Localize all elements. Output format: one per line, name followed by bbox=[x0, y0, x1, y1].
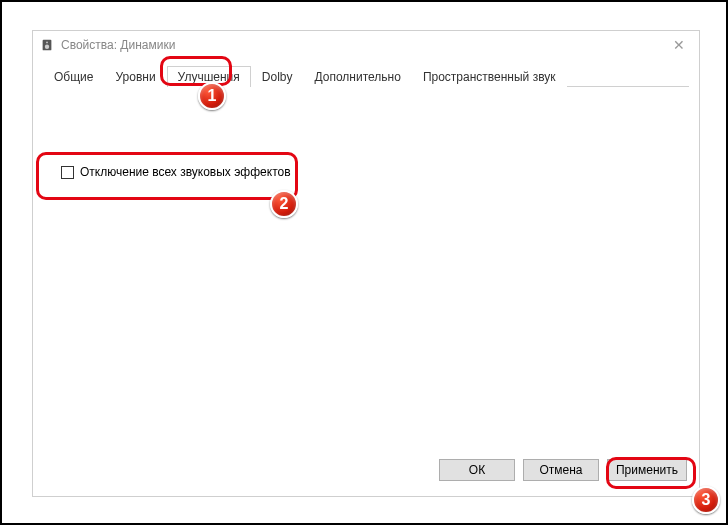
properties-window: Свойства: Динамики ✕ Общие Уровни Улучше… bbox=[32, 30, 700, 497]
tab-spatial-sound[interactable]: Пространственный звук bbox=[412, 66, 567, 87]
tabstrip: Общие Уровни Улучшения Dolby Дополнитель… bbox=[43, 65, 689, 87]
checkbox-box[interactable] bbox=[61, 166, 74, 179]
speaker-icon bbox=[39, 37, 55, 53]
tab-advanced[interactable]: Дополнительно bbox=[304, 66, 412, 87]
titlebar: Свойства: Динамики ✕ bbox=[33, 31, 699, 59]
tab-general[interactable]: Общие bbox=[43, 66, 104, 87]
tab-enhancements[interactable]: Улучшения bbox=[167, 66, 251, 87]
tab-levels[interactable]: Уровни bbox=[104, 66, 166, 87]
close-icon[interactable]: ✕ bbox=[669, 37, 689, 53]
dialog-footer: ОК Отмена Применить bbox=[33, 452, 699, 496]
disable-effects-label: Отключение всех звуковых эффектов bbox=[80, 165, 291, 179]
ok-button[interactable]: ОК bbox=[439, 459, 515, 481]
window-title: Свойства: Динамики bbox=[61, 38, 175, 52]
svg-point-2 bbox=[46, 42, 48, 44]
screenshot-frame: Свойства: Динамики ✕ Общие Уровни Улучше… bbox=[0, 0, 728, 525]
tab-dolby[interactable]: Dolby bbox=[251, 66, 304, 87]
tab-content: Отключение всех звуковых эффектов bbox=[43, 87, 689, 452]
svg-point-1 bbox=[45, 45, 49, 49]
apply-button[interactable]: Применить bbox=[607, 459, 687, 481]
cancel-button[interactable]: Отмена bbox=[523, 459, 599, 481]
disable-effects-checkbox[interactable]: Отключение всех звуковых эффектов bbox=[61, 165, 291, 179]
